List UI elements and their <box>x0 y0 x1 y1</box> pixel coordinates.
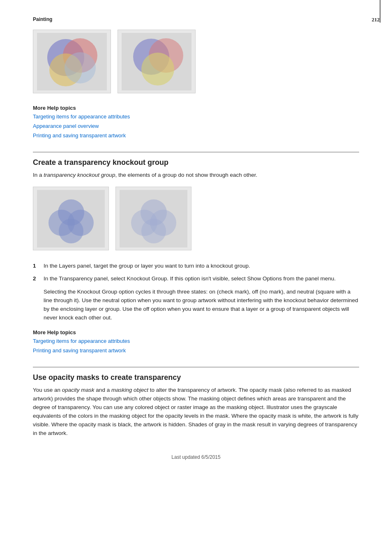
page-number: 212 <box>372 16 380 23</box>
knockout-image-right <box>115 187 191 250</box>
first-help-topics-title: More Help topics <box>33 105 359 111</box>
knockout-step-1: 1 In the Layers panel, target the group … <box>33 262 359 270</box>
second-help-section: More Help topics Targeting items for app… <box>33 329 359 354</box>
top-image-right <box>118 30 196 93</box>
first-help-link-2[interactable]: Appearance panel overview <box>33 123 359 129</box>
knockout-section: Create a transparency knockout group In … <box>33 152 359 322</box>
knockout-images-row <box>33 187 359 250</box>
first-help-link-1[interactable]: Targeting items for appearance attribute… <box>33 113 359 120</box>
top-images-row <box>33 30 359 93</box>
svg-point-4 <box>65 52 96 83</box>
knockout-heading: Create a transparency knockout group <box>33 152 359 167</box>
opacity-section: Use opacity masks to create transparency… <box>33 367 359 438</box>
page-container: 212 Painting Mor <box>0 0 392 555</box>
first-help-link-3[interactable]: Printing and saving transparent artwork <box>33 132 359 139</box>
footer: Last updated 6/5/2015 <box>33 454 359 460</box>
top-image-left <box>33 30 111 93</box>
second-help-topics-title: More Help topics <box>33 329 359 335</box>
svg-point-8 <box>141 53 174 86</box>
svg-point-13 <box>59 219 83 243</box>
second-help-link-1[interactable]: Targeting items for appearance attribute… <box>33 338 359 344</box>
knockout-image-left <box>33 187 109 250</box>
opacity-body: You use an opacity mask and a masking ob… <box>33 386 359 438</box>
svg-point-18 <box>141 219 166 243</box>
knockout-intro: In a transparency knockout group, the el… <box>33 171 359 179</box>
first-help-section: More Help topics Targeting items for app… <box>33 105 359 139</box>
section-label: Painting <box>33 16 359 22</box>
top-border-decoration <box>380 0 380 23</box>
knockout-steps: 1 In the Layers panel, target the group … <box>33 262 359 283</box>
knockout-step-2: 2 In the Transparency panel, select Knoc… <box>33 275 359 283</box>
opacity-heading: Use opacity masks to create transparency <box>33 367 359 382</box>
knockout-paragraph: Selecting the Knockout Group option cycl… <box>44 288 359 322</box>
second-help-link-2[interactable]: Printing and saving transparent artwork <box>33 347 359 354</box>
